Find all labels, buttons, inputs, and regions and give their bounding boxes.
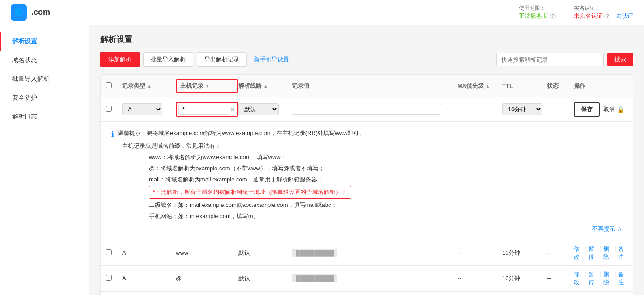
row1-value: ██████████ [292,249,458,256]
record-value-cell [292,104,458,115]
row2-modify[interactable]: 修改 [574,270,583,287]
search-input[interactable] [496,53,604,66]
row2-value-blur: ██████████ [292,274,337,282]
row1-modify[interactable]: 修改 [574,245,583,261]
action-cell: 保存 取消 🔒 [574,102,627,117]
tip-lines: www：将域名解析为www.example.com，填写www； @：将域名解析… [122,153,622,221]
host-record-input[interactable] [178,104,229,115]
toolbar-right: 搜索 [496,53,633,66]
line-select-cell: 默认 联通 电信 [238,103,292,115]
sidebar-item-security[interactable]: 安全防护 [0,88,89,107]
resolve-line-select[interactable]: 默认 联通 电信 [238,103,279,115]
type-select-cell: A AAAA CNAME MX TXT [122,103,176,115]
service-help: ? [550,13,556,19]
row2-checkbox [106,275,122,282]
row1-pause[interactable]: 暂停 [589,245,598,261]
auth-help: ? [604,13,610,19]
row1-host: www [176,249,238,256]
record-value-input[interactable] [292,104,441,115]
sidebar-item-batch-import[interactable]: 批量导入解析 [0,70,89,88]
auth-link[interactable]: 去认证 [616,13,633,19]
toolbar: 添加解析 批量导入解析 导出解析记录 新手引导设置 搜索 [100,52,633,67]
row2-mx: -- [458,275,502,282]
auth-info: 实名认证 未实名认证 ? 去认证 [574,4,633,20]
select-all-checkbox[interactable] [106,82,112,88]
row2-ttl: 10分钟 [502,274,547,282]
row2-actions: 修改 | 暂停 | 删除 | 备注 [574,270,627,287]
row1-checkbox [106,249,122,257]
main-content: 解析设置 添加解析 批量导入解析 导出解析记录 新手引导设置 搜索 记录类型 ▲ [89,25,644,295]
edit-row-checkbox[interactable] [106,106,112,112]
row2-line: 默认 [238,274,292,282]
row2-note[interactable]: 备注 [618,270,627,287]
sidebar-item-domain-status[interactable]: 域名状态 [0,51,89,70]
mx-cell: -- [458,106,502,113]
header-checkbox [106,82,122,89]
logo-text: .com [31,8,50,17]
page-title: 解析设置 [100,34,633,45]
mx-sort-icon: ▲ [486,84,490,88]
record-type-select[interactable]: A AAAA CNAME MX TXT [122,103,162,115]
export-button[interactable]: 导出解析记录 [197,52,247,67]
service-label: 使用时限： [519,4,546,12]
tip-line-0: www：将域名解析为www.example.com，填写www； [149,153,622,162]
row1-mx: -- [458,249,502,256]
row1-check[interactable] [106,249,112,255]
row1-status: -- [547,249,574,256]
table-row: A www 默认 ██████████ -- 10分钟 -- 修改 | 暂停 |… [101,240,633,266]
sidebar-item-parse-log[interactable]: 解析日志 [0,107,89,126]
header-record-value: 记录值 [292,82,458,90]
table-header: 记录类型 ▲ 主机记录 ▼ 解析线路 ▲ 记录值 MX优先级 ▲ TTL 状态 [101,75,633,97]
save-button[interactable]: 保存 [574,102,600,117]
tip-line-5: 手机网站：如：m.example.com，填写m。 [149,212,622,221]
collapse-tip-link[interactable]: 不再提示 ∧ [592,225,622,232]
cancel-button[interactable]: 取消 [603,105,615,114]
header: 🌐 .com 使用时限： 正常服务期 ? 实名认证 未实名认证 ? 去认证 [0,0,644,25]
sidebar: 解析设置 域名状态 批量导入解析 安全防护 解析日志 [0,25,89,295]
tip-line-3: *：泛解析，所有子域名均被解析到统一地址（除单独设置的子域名解析）； [149,186,622,199]
guide-link[interactable]: 新手引导设置 [250,53,292,66]
add-parse-button[interactable]: 添加解析 [100,52,140,67]
row2-check[interactable] [106,275,112,281]
sidebar-item-parse-settings[interactable]: 解析设置 [0,32,89,51]
header-mx-priority: MX优先级 ▲ [458,82,502,90]
batch-import-button[interactable]: 批量导入解析 [143,52,193,67]
tip-sub-text: 主机记录就是域名前缀，常见用法有： www：将域名解析为www.example.… [111,142,622,221]
record-type-sort-icon: ▲ [147,84,152,88]
info-icon: ℹ [111,130,114,139]
tip-line-2: mail：将域名解析为mail.example.com，通常用于解析邮箱服务器； [149,175,622,185]
row1-delete[interactable]: 删除 [603,245,613,261]
auth-value: 未实名认证 [574,13,603,19]
clear-host-icon[interactable]: ✕ [229,106,236,113]
edit-checkbox-cell [106,106,122,113]
row1-note[interactable]: 备注 [618,245,627,261]
row1-type: A [122,249,176,256]
row2-pause[interactable]: 暂停 [589,270,598,287]
host-record-sort-icon: ▼ [205,84,210,88]
lock-icon[interactable]: 🔒 [617,106,624,113]
row1-actions: 修改 | 暂停 | 删除 | 备注 [574,245,627,261]
search-button[interactable]: 搜索 [607,53,633,66]
bottom-bar: 暂停 启用 删除 1/1页 ⭐ 马上收录导航 [101,291,633,295]
row1-line: 默认 [238,249,292,257]
tip-sub-label: 主机记录就是域名前缀，常见用法有： [122,142,622,150]
host-input-cell: ✕ [176,102,238,117]
header-status: 状态 [547,82,574,90]
row1-value-blur: ██████████ [292,249,337,257]
tip-main-text: 温馨提示：要将域名example.com解析为www.example.com，在… [118,129,365,137]
layout: 解析设置 域名状态 批量导入解析 安全防护 解析日志 解析设置 添加解析 批量导… [0,25,644,295]
header-logo: 🌐 .com [11,4,50,21]
table-row: A @ 默认 ██████████ -- 10分钟 -- 修改 | 暂停 | 删… [101,266,633,291]
service-info: 使用时限： 正常服务期 ? [519,4,556,20]
tip-highlight: *：泛解析，所有子域名均被解析到统一地址（除单独设置的子域名解析）； [149,186,351,199]
tip-line-1: @：将域名解析为example.com（不带www），填写@或者不填写； [149,164,622,173]
ttl-select[interactable]: 10分钟 20分钟 1小时 [502,103,542,115]
header-host-record: 主机记录 ▼ [176,79,238,93]
host-record-wrap: ✕ [176,102,238,117]
row2-status: -- [547,275,574,282]
row2-delete[interactable]: 删除 [603,270,613,287]
logo-icon: 🌐 [11,4,27,21]
tip-line-4: 二级域名：如：mail.example.com或abc.example.com，… [149,201,622,210]
tip-box: ℹ 温馨提示：要将域名example.com解析为www.example.com… [101,122,633,240]
header-record-type: 记录类型 ▲ [122,82,176,90]
